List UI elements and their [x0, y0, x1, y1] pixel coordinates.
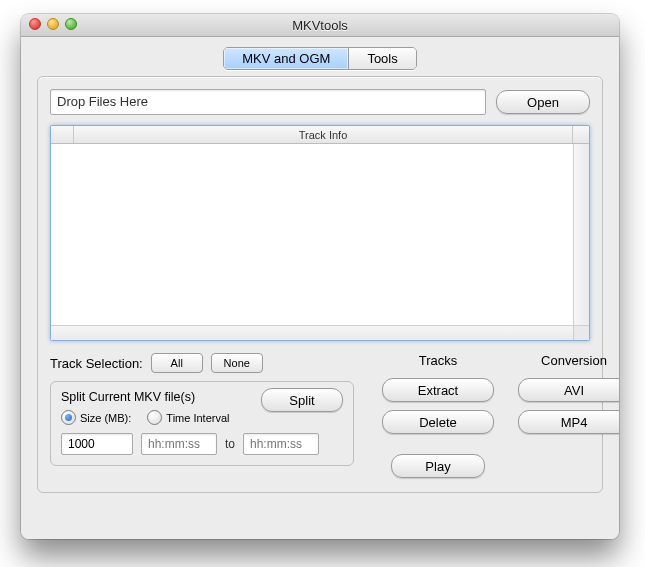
radio-dot-icon — [147, 410, 162, 425]
open-button[interactable]: Open — [496, 90, 590, 114]
vertical-scrollbar[interactable] — [573, 144, 589, 326]
split-time-to-input[interactable] — [243, 433, 319, 455]
track-info-column-header[interactable]: Track Info — [74, 126, 573, 143]
minimize-icon[interactable] — [47, 18, 59, 30]
drop-files-field[interactable]: Drop Files Here — [50, 89, 486, 115]
window-content: MKV and OGM Tools Drop Files Here Open T… — [21, 37, 619, 539]
track-header-spacer — [573, 126, 589, 143]
split-mode-size-radio[interactable]: Size (MB): — [61, 410, 131, 425]
traffic-lights — [29, 18, 77, 30]
select-all-button[interactable]: All — [151, 353, 203, 373]
zoom-icon[interactable] — [65, 18, 77, 30]
radio-dot-icon — [61, 410, 76, 425]
conversion-column: Conversion AVI MP4 — [518, 353, 619, 478]
titlebar[interactable]: MKVtools — [21, 14, 619, 37]
play-button[interactable]: Play — [391, 454, 485, 478]
delete-button[interactable]: Delete — [382, 410, 494, 434]
split-time-from-input[interactable] — [141, 433, 217, 455]
tab-mkv-and-ogm[interactable]: MKV and OGM — [224, 48, 349, 69]
window-title: MKVtools — [292, 18, 348, 33]
app-window: MKVtools MKV and OGM Tools Drop Files He… — [21, 14, 619, 539]
scroll-corner — [573, 325, 589, 340]
split-size-input[interactable] — [61, 433, 133, 455]
extract-button[interactable]: Extract — [382, 378, 494, 402]
split-group: Split Current MKV file(s) Split Size (MB… — [50, 381, 354, 466]
mp4-button[interactable]: MP4 — [518, 410, 619, 434]
horizontal-scrollbar[interactable] — [51, 325, 574, 340]
tracks-heading: Tracks — [419, 353, 458, 368]
track-checkbox-column[interactable] — [51, 126, 74, 143]
close-icon[interactable] — [29, 18, 41, 30]
track-info-body[interactable] — [51, 144, 589, 340]
select-none-button[interactable]: None — [211, 353, 263, 373]
tab-tools[interactable]: Tools — [349, 48, 415, 69]
tab-segment: MKV and OGM Tools — [223, 47, 417, 70]
track-info-header-row: Track Info — [51, 126, 589, 144]
split-size-label: Size (MB): — [80, 412, 131, 424]
tracks-column: Tracks Extract Delete Play — [382, 353, 494, 478]
main-group: Drop Files Here Open Track Info — [37, 76, 603, 493]
split-button[interactable]: Split — [261, 388, 343, 412]
track-selection-label: Track Selection: — [50, 356, 143, 371]
conversion-heading: Conversion — [541, 353, 607, 368]
tab-bar: MKV and OGM Tools — [37, 47, 603, 70]
track-info-list[interactable]: Track Info — [50, 125, 590, 341]
split-time-label: Time Interval — [166, 412, 229, 424]
avi-button[interactable]: AVI — [518, 378, 619, 402]
split-mode-time-radio[interactable]: Time Interval — [147, 410, 229, 425]
split-time-to-label: to — [225, 437, 235, 451]
